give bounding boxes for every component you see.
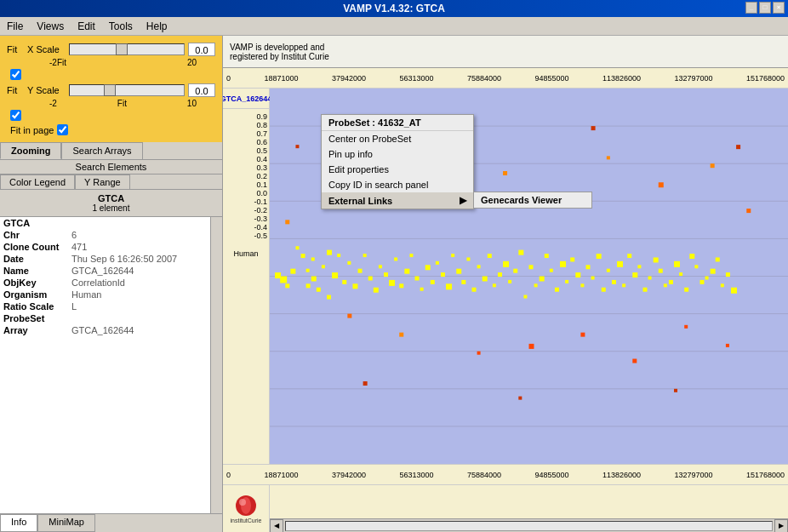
- svg-point-129: [239, 499, 246, 506]
- context-menu-title: ProbeSet : 41632_AT: [322, 115, 473, 131]
- dataset-info: GTCA 1 element: [0, 190, 222, 217]
- svg-rect-90: [699, 280, 704, 284]
- y-scale-range: -2 Fit 10: [7, 99, 215, 108]
- svg-rect-62: [555, 288, 559, 292]
- menu-file[interactable]: File: [3, 20, 26, 33]
- sub-tab-y-range[interactable]: Y Range: [75, 174, 130, 189]
- x-fit-checkbox[interactable]: [10, 69, 21, 80]
- svg-rect-115: [746, 209, 751, 213]
- bottom-scrollbar[interactable]: ◀ ▶: [270, 518, 788, 532]
- y-scale-value[interactable]: 0.0: [188, 83, 215, 97]
- data-table: GTCAChr6Clone Count471DateThu Sep 6 16:2…: [0, 217, 222, 336]
- y-fit-checkbox[interactable]: [10, 110, 21, 121]
- ctx-item-center[interactable]: Center on ProbeSet: [322, 131, 473, 146]
- ctx-submenu-genecards[interactable]: Genecards Viewer: [474, 192, 591, 208]
- y-slider-thumb[interactable]: [104, 84, 116, 96]
- x-scale-value[interactable]: 0.0: [188, 43, 215, 56]
- fit-in-page-label: Fit in page: [10, 125, 54, 135]
- svg-rect-34: [409, 254, 413, 257]
- x-scale-slider[interactable]: [69, 43, 185, 55]
- bottom-tab-minimap[interactable]: MiniMap: [37, 514, 95, 532]
- title-text: VAMP V1.4.32: GTCA: [343, 3, 445, 14]
- table-key: Date: [0, 253, 68, 265]
- data-table-area[interactable]: GTCAChr6Clone Count471DateThu Sep 6 16:2…: [0, 217, 222, 513]
- svg-rect-77: [632, 272, 637, 277]
- table-key: GTCA: [0, 217, 68, 229]
- table-key: Organism: [0, 289, 68, 300]
- ctx-item-pin[interactable]: Pin up info: [322, 146, 473, 162]
- svg-rect-12: [306, 283, 311, 288]
- table-value: Thu Sep 6 16:26:50 2007: [68, 253, 222, 265]
- ctx-item-external[interactable]: External Links ▶ Genecards Viewer: [322, 192, 473, 209]
- chart-wrapper: GTCA_162644 0.9 0.8 0.7 0.6 0.5 0.4 0.3 …: [223, 89, 788, 464]
- close-btn[interactable]: ×: [773, 2, 785, 14]
- menu-help[interactable]: Help: [143, 20, 171, 33]
- svg-rect-15: [317, 288, 321, 292]
- scroll-left-btn[interactable]: ◀: [270, 519, 283, 533]
- svg-rect-9: [295, 246, 299, 249]
- y-fit-label: Fit: [7, 85, 24, 95]
- tab-search-arrays[interactable]: Search Arrays: [61, 142, 142, 159]
- svg-rect-91: [705, 277, 709, 280]
- table-value: L: [68, 300, 222, 312]
- sub-tab-bar: Color Legend Y Range: [0, 174, 222, 190]
- titlebar-controls[interactable]: _ □ ×: [745, 2, 785, 14]
- bottom-tab-info[interactable]: Info: [0, 514, 37, 532]
- svg-rect-93: [716, 257, 720, 261]
- svg-rect-55: [518, 250, 523, 255]
- svg-rect-48: [483, 277, 488, 282]
- svg-rect-124: [290, 269, 295, 274]
- table-row: OrganismHuman: [0, 289, 222, 300]
- table-key: ObjKey: [0, 277, 68, 289]
- svg-rect-125: [285, 283, 289, 288]
- sub-tab-color-legend[interactable]: Color Legend: [0, 174, 75, 189]
- menu-tools[interactable]: Tools: [106, 20, 136, 33]
- menu-edit[interactable]: Edit: [74, 20, 99, 33]
- svg-rect-31: [394, 257, 397, 260]
- svg-rect-120: [591, 126, 596, 130]
- svg-rect-63: [560, 261, 566, 267]
- svg-rect-66: [575, 272, 580, 277]
- context-menu[interactable]: ProbeSet : 41632_AT Center on ProbeSet P…: [321, 114, 474, 209]
- svg-rect-116: [295, 145, 299, 148]
- svg-rect-26: [368, 277, 373, 281]
- tab-zooming[interactable]: Zooming: [0, 142, 61, 159]
- dataset-name: GTCA: [3, 193, 219, 203]
- titlebar: VAMP V1.4.32: GTCA _ □ ×: [0, 0, 788, 17]
- svg-rect-50: [493, 283, 496, 287]
- svg-rect-57: [529, 265, 534, 269]
- table-key: ProbeSet: [0, 312, 68, 324]
- scroll-track[interactable]: [285, 521, 773, 531]
- svg-rect-89: [694, 265, 698, 268]
- svg-rect-70: [597, 254, 602, 259]
- ctx-submenu-external[interactable]: Genecards Viewer: [473, 192, 592, 209]
- svg-rect-33: [404, 269, 409, 274]
- table-row: Ratio ScaleL: [0, 300, 222, 312]
- x-max: 20: [187, 58, 197, 67]
- table-key: Clone Count: [0, 241, 68, 253]
- svg-rect-94: [721, 283, 724, 287]
- scroll-right-btn[interactable]: ▶: [774, 519, 788, 533]
- svg-rect-38: [431, 280, 435, 284]
- svg-rect-32: [399, 283, 403, 288]
- menu-views[interactable]: Views: [33, 20, 67, 33]
- svg-rect-112: [684, 325, 688, 329]
- fit-in-page-checkbox[interactable]: [57, 124, 68, 135]
- y-axis: 0.9 0.8 0.7 0.6 0.5 0.4 0.3 0.2 0.1 0.0 …: [223, 109, 270, 243]
- x-slider-thumb[interactable]: [116, 43, 128, 55]
- svg-rect-88: [689, 254, 694, 259]
- table-value: 471: [68, 241, 222, 253]
- svg-rect-109: [607, 156, 610, 159]
- maximize-btn[interactable]: □: [759, 2, 771, 14]
- y-scale-slider[interactable]: [69, 84, 185, 96]
- ctx-item-edit[interactable]: Edit properties: [322, 162, 473, 177]
- ctx-item-copy[interactable]: Copy ID in search panel: [322, 177, 473, 192]
- chart-area[interactable]: ProbeSet : 41632_AT Center on ProbeSet P…: [270, 89, 788, 464]
- svg-rect-17: [327, 250, 332, 255]
- svg-rect-121: [674, 389, 677, 392]
- table-row: GTCA: [0, 217, 222, 229]
- svg-rect-108: [580, 333, 585, 337]
- minimize-btn[interactable]: _: [745, 2, 757, 14]
- vertical-scrollbar[interactable]: [210, 217, 222, 513]
- svg-rect-59: [540, 277, 545, 282]
